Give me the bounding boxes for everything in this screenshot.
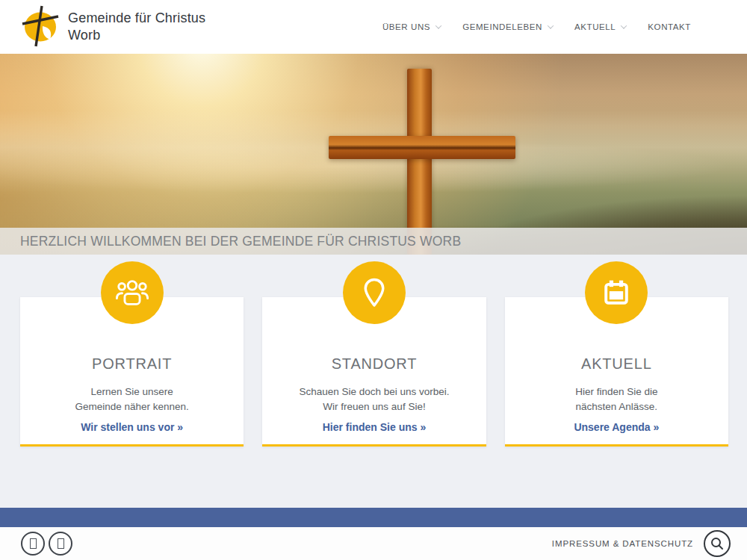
- group-icon: [101, 261, 164, 324]
- nav-label: KONTAKT: [648, 22, 691, 31]
- card-title: PORTRAIT: [20, 355, 244, 373]
- brand-line1: Gemeinde für Christus: [68, 10, 205, 27]
- card-text: Lernen Sie unsere Gemeinde näher kennen.: [20, 385, 244, 414]
- site-header: Gemeinde für Christus Worb ÜBER UNS GEME…: [0, 0, 747, 54]
- social-icon-1[interactable]: [21, 532, 45, 556]
- chevron-down-icon: [548, 22, 554, 28]
- church-cross-logo-icon: [20, 4, 59, 50]
- nav-label: AKTUELL: [574, 22, 616, 31]
- chevron-down-icon: [436, 22, 441, 28]
- wooden-cross-horizontal: [329, 136, 515, 159]
- standort-link[interactable]: Hier finden Sie uns »: [323, 421, 426, 433]
- card-standort: STANDORT Schauen Sie doch bei uns vorbei…: [262, 297, 486, 447]
- hero-image: HERZLICH WILLKOMMEN BEI DER GEMEINDE FÜR…: [0, 54, 747, 255]
- impressum-link[interactable]: IMPRESSUM & DATENSCHUTZ: [552, 539, 693, 548]
- search-icon: [709, 535, 725, 552]
- social-icon-2[interactable]: [49, 532, 72, 556]
- main-nav: ÜBER UNS GEMEINDELEBEN AKTUELL KONTAKT: [382, 22, 691, 31]
- card-text-line1: Schauen Sie doch bei uns vorbei.: [262, 385, 486, 399]
- location-pin-icon: [343, 261, 406, 324]
- portrait-link[interactable]: Wir stellen uns vor »: [81, 421, 183, 433]
- footer-accent-bar: [0, 508, 747, 527]
- nav-item-ueber-uns[interactable]: ÜBER UNS: [382, 22, 441, 31]
- brand-line2: Worb: [68, 27, 205, 44]
- card-text-line2: nächsten Anlässe.: [505, 399, 728, 414]
- missing-glyph-icon: [58, 538, 64, 549]
- brand-name: Gemeinde für Christus Worb: [68, 10, 205, 44]
- nav-label: ÜBER UNS: [382, 22, 430, 31]
- nav-item-aktuell[interactable]: AKTUELL: [574, 22, 626, 31]
- teaser-cards: PORTRAIT Lernen Sie unsere Gemeinde nähe…: [0, 255, 747, 447]
- card-text: Hier finden Sie die nächsten Anlässe.: [505, 385, 728, 414]
- card-text: Schauen Sie doch bei uns vorbei. Wir fre…: [262, 385, 486, 414]
- card-portrait: PORTRAIT Lernen Sie unsere Gemeinde nähe…: [20, 297, 244, 447]
- search-button[interactable]: [704, 530, 731, 557]
- welcome-banner: HERZLICH WILLKOMMEN BEI DER GEMEINDE FÜR…: [0, 228, 747, 255]
- nav-label: GEMEINDELEBEN: [462, 22, 542, 31]
- welcome-heading: HERZLICH WILLKOMMEN BEI DER GEMEINDE FÜR…: [20, 234, 461, 249]
- card-title: STANDORT: [262, 355, 486, 373]
- card-text-line1: Lernen Sie unsere: [20, 385, 244, 399]
- aktuell-link[interactable]: Unsere Agenda »: [574, 421, 659, 433]
- nav-item-gemeindeleben[interactable]: GEMEINDELEBEN: [462, 22, 553, 31]
- calendar-icon: [585, 261, 648, 324]
- card-text-line2: Wir freuen uns auf Sie!: [262, 399, 486, 414]
- card-text-line2: Gemeinde näher kennen.: [20, 399, 244, 414]
- site-logo[interactable]: Gemeinde für Christus Worb: [20, 4, 205, 50]
- missing-glyph-icon: [30, 538, 37, 549]
- site-footer: IMPRESSUM & DATENSCHUTZ: [0, 527, 747, 560]
- card-aktuell: AKTUELL Hier finden Sie die nächsten Anl…: [505, 297, 728, 447]
- footer-right: IMPRESSUM & DATENSCHUTZ: [552, 530, 731, 557]
- chevron-down-icon: [621, 22, 627, 28]
- card-text-line1: Hier finden Sie die: [505, 385, 728, 399]
- wooden-cross-vertical: [407, 69, 432, 255]
- social-icons: [21, 532, 72, 556]
- card-title: AKTUELL: [505, 355, 728, 373]
- nav-item-kontakt[interactable]: KONTAKT: [648, 22, 691, 31]
